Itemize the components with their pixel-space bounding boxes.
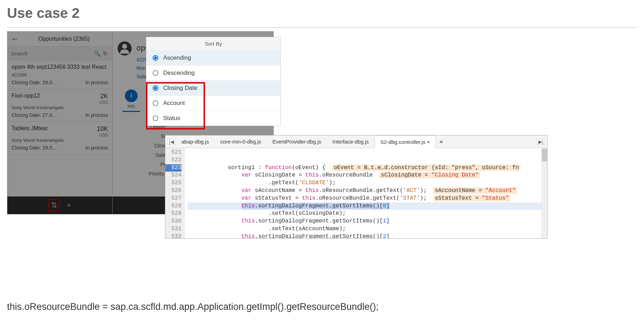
sort-item-label: Descending (163, 69, 195, 76)
sort-item-label: Ascending (163, 54, 191, 61)
sort-dir-descending[interactable]: Descending (146, 65, 280, 80)
sort-dir-ascending[interactable]: Ascending (146, 50, 280, 65)
code-view[interactable]: sorting1 : function(oEvent) { oEvent = B… (185, 148, 542, 238)
tabs-overflow-icon[interactable]: » (436, 138, 446, 145)
debugger-tab[interactable]: abap-dbg.js (176, 139, 214, 145)
radio-icon (153, 55, 158, 61)
debugger-tab[interactable]: core-min-0-dbg.js (214, 139, 267, 145)
debugger-tab[interactable]: EventProvider-dbg.js (267, 139, 327, 145)
footnote-code: this.oResourceBundle = sap.ca.scfld.md.a… (7, 301, 637, 312)
highlight-box (146, 82, 205, 129)
slide-title: Use case 2 (7, 5, 637, 21)
debugger-tab[interactable]: Interface-dbg.js (327, 139, 374, 145)
line-gutter: 521 522 523 524 525 526 527 528 529 530 … (165, 148, 185, 238)
debugger-panel: |◀ abap-dbg.js core-min-0-dbg.js EventPr… (165, 135, 547, 239)
tab-scroll-left-icon[interactable]: |◀ (167, 139, 176, 145)
debugger-tab-active[interactable]: S2-dbg.controller.js × (374, 135, 436, 148)
sort-dialog-title: Sort By (146, 37, 280, 50)
divider (7, 27, 637, 28)
scrollbar[interactable] (542, 148, 547, 238)
radio-icon (153, 70, 158, 76)
tab-scroll-right-icon[interactable]: ▶| (537, 139, 545, 145)
